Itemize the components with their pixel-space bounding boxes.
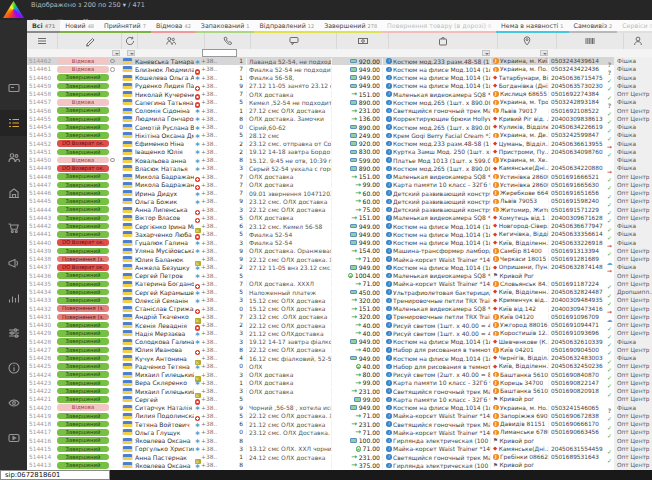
order-row[interactable]: 514450ВідмоваКовальова анна*+38..815.12.…	[27, 156, 652, 164]
product-filter-dropdown[interactable]	[482, 50, 490, 57]
order-row[interactable]: 514451ЗавершенийІващенко Юлія*+38..219.1…	[27, 148, 652, 156]
order-row[interactable]: 514455ЗавершенийЛюдмила Гончарова*+38..8…	[27, 115, 652, 123]
column-id[interactable]	[27, 33, 58, 49]
order-row[interactable]: 514454ЗавершенийСамотій Руслана Во..*+38…	[27, 123, 652, 131]
order-row[interactable]: 514433ЗавершенийОлексій Семанін*+38..315…	[27, 296, 652, 304]
order-row[interactable]: 514438Повернення (з.Юлия Баланюкlc+38..9…	[27, 255, 652, 263]
sidebar-item-purchases[interactable]	[0, 215, 27, 241]
order-row[interactable]: 514420ВідмоваСитарчук Наталія Гр..*+38..…	[27, 404, 652, 412]
order-row[interactable]: 514443ЗавершенийВіктор Власов+38..5ОЛХ д…	[27, 214, 652, 222]
order-row[interactable]: 514435ЗавершенийКатерина Богданова+38..7…	[27, 280, 652, 288]
status-cell: Завершений	[57, 91, 120, 98]
order-row[interactable]: 514441ЗавершенийЗахарченко Люба+38..5Фиа…	[27, 230, 652, 238]
order-row[interactable]: 514462ВідмоваКаневська Тамара ..*+38..1Л…	[27, 57, 652, 65]
status-tab[interactable]: Новий48	[60, 20, 99, 33]
column-phone[interactable]	[205, 33, 251, 49]
status-tab[interactable]: Завершений278	[319, 20, 382, 33]
column-manager[interactable]	[624, 33, 652, 49]
order-row[interactable]: 514428ЗавершенийСолодкова Галина В..*+38…	[27, 338, 652, 346]
order-row[interactable]: 514427ЗавершенийЮлия Иванова+38..822.12 …	[27, 346, 652, 354]
status-tab[interactable]: Всі471	[27, 20, 60, 33]
order-row[interactable]: 514444ЗавершенийАнна Липенська+38..322.1…	[27, 206, 652, 214]
order-row[interactable]: 514456ЗавершенийСоломія Сідоніна*+38..12…	[27, 107, 652, 115]
sip-call-chip[interactable]: sip:0672818601	[0, 470, 110, 480]
order-row[interactable]: 514458ЗавершенийНиколай Кучеренко+38..7О…	[27, 90, 652, 98]
order-row[interactable]: 514449DO Возврат ок.Власюк Наталья*+38..…	[27, 164, 652, 172]
order-row[interactable]: 514436ЗавершенийСергей Петров*+38..5₴100…	[27, 272, 652, 280]
order-row[interactable]: 514459ЗавершенийРуденко Лидия Пав..+38..…	[27, 82, 652, 90]
status-tab[interactable]: Самовивіз2	[569, 20, 618, 33]
order-row[interactable]: 514429ЗавершенийНадія Мерзаєва*+38..321.…	[27, 329, 652, 337]
order-row[interactable]: 514453ЗавершенийНікітіна Оксана Дми..*+3…	[27, 131, 652, 139]
order-row[interactable]: 514447ЗавершенийМикола Бадражан+38..7ОЛХ…	[27, 181, 652, 189]
column-country[interactable]	[122, 33, 138, 49]
sidebar-item-info[interactable]	[0, 355, 27, 381]
phone-filter-input[interactable]	[202, 49, 237, 57]
order-row[interactable]: 514440DO Возврат ок.Гуцалюк Галина*+38..…	[27, 239, 652, 247]
address-cell: JЧеркаси 18015	[490, 256, 548, 262]
tab-label: Сервіси	[622, 22, 647, 29]
order-row[interactable]: 514457ВідмоваСапегина Татьяна С..+38..5К…	[27, 98, 652, 106]
product-cell: iСветящийся гоночный трек Ма..	[382, 421, 490, 428]
order-row[interactable]: 514437DO Возврат ок.Анжела Безушку*+38..…	[27, 263, 652, 271]
column-address[interactable]	[498, 33, 557, 49]
order-row[interactable]: 514445ЗавершенийОльга Божик*+38..923.12 …	[27, 197, 652, 205]
order-row[interactable]: 514442ЗавершенийСергієнко Ірина Ми..lc+3…	[27, 222, 652, 230]
order-row[interactable]: 514425ЗавершенийРадченко Тетяна*+38..0ОЛ…	[27, 362, 652, 370]
sidebar-item-orders[interactable]	[0, 110, 27, 136]
order-row[interactable]: 514446ЗавершенийИрина Дидух*+38..709.01 …	[27, 189, 652, 197]
column-payment[interactable]	[337, 33, 389, 49]
status-tab[interactable]: Відмова42	[151, 20, 196, 33]
order-row[interactable]: 514415ЗавершенийГоргулько Христина..*+38…	[27, 445, 652, 453]
status-filter-dropdown[interactable]	[112, 50, 120, 57]
status-tab[interactable]: Нема в наявності1	[496, 20, 568, 33]
status-tab[interactable]: Відправлений12	[254, 20, 319, 33]
order-row[interactable]: 514430ЗавершенийКсенія Леваднія+38..222.…	[27, 321, 652, 329]
column-status[interactable]	[58, 33, 122, 49]
sidebar-item-statistics[interactable]	[0, 285, 27, 311]
status-tab[interactable]: Сервіси0	[617, 20, 652, 33]
status-tab[interactable]: Прийнятий7	[99, 20, 151, 33]
address-filter-dropdown[interactable]	[540, 50, 548, 57]
column-comments[interactable]	[251, 33, 337, 49]
order-row[interactable]: 514424ЗавершенийМихаил Гилецькийlc+38..3…	[27, 371, 652, 379]
sidebar-item-watch[interactable]	[0, 390, 27, 416]
order-row[interactable]: 514416ЗавершенийЯковлева Оксана*+38..810…	[27, 437, 652, 445]
banknote-icon	[350, 150, 357, 155]
column-tracking[interactable]	[557, 33, 624, 49]
order-row[interactable]: 514448ЗавершенийМикола Бадражан+38..7ОЛХ…	[27, 173, 652, 181]
sidebar-item-workspace[interactable]	[0, 75, 27, 101]
order-row[interactable]: 514419ЗавершенийЛилия Подолинская+38..52…	[27, 412, 652, 420]
status-cell: Повернення (з.	[57, 305, 120, 312]
sidebar-item-video[interactable]	[0, 425, 27, 451]
order-row[interactable]: 514414ЗавершенийАнна Пастернакlc+38..124…	[27, 453, 652, 461]
column-customer[interactable]	[138, 33, 205, 49]
app-logo-icon[interactable]	[3, 1, 24, 18]
phone-cell: +38..1	[201, 58, 246, 64]
order-row[interactable]: 514426ЗавершенийКучук Антонинаlc+38..416…	[27, 354, 652, 362]
order-row[interactable]: 514452DO Возврат ок.Єфименко Ніна*+38..2…	[27, 140, 652, 148]
order-row[interactable]: 514423ЗавершенийВера Скляренко*+38..1ОЛХ…	[27, 379, 652, 387]
message-count: 2	[239, 141, 246, 147]
status-tab[interactable]: Повернення товару (в дорозі)0	[382, 20, 496, 33]
column-products[interactable]	[389, 33, 498, 49]
sidebar-item-customers[interactable]	[0, 145, 27, 171]
sidebar-item-settings[interactable]	[0, 320, 27, 346]
order-row[interactable]: 514432Повернення (з.Станіслав Стрижак+38…	[27, 305, 652, 313]
country-filter-dropdown[interactable]	[127, 50, 135, 57]
page-size-dropdown-icon[interactable]: ▾	[123, 1, 126, 9]
order-row[interactable]: 514431Повернення (з.Андрій Ткаченкоlc+38…	[27, 313, 652, 321]
order-row[interactable]: 514421ЗавершенийСергей+38..599.00iКарта …	[27, 395, 652, 403]
sidebar-item-promotion[interactable]	[0, 250, 27, 276]
order-row[interactable]: 514460ЗавершенийКошелева Ольга Ар..*+38.…	[27, 74, 652, 82]
hryvnia-circle-icon: ₴	[348, 273, 354, 279]
order-row[interactable]: 514413ЗавершенийЯковлева Оксана*+38..8→3…	[27, 461, 652, 469]
order-row[interactable]: 514439ЗавершенийУляна Мусійовська*+38..9…	[27, 247, 652, 255]
order-row[interactable]: 514461ВідмоваБлизнюк Людмила ..+38..7Фиа…	[27, 65, 652, 73]
status-tab[interactable]: Запакований1	[196, 20, 255, 33]
order-row[interactable]: 514418ЗавершенийТетяна Войтович*+38..621…	[27, 420, 652, 428]
order-row[interactable]: 514434ЗавершенийСергей Карамышев*+38..5Н…	[27, 288, 652, 296]
order-row[interactable]: 514422ЗавершенийМихаил Гилецькийlc+38..3…	[27, 387, 652, 395]
sidebar-item-company[interactable]	[0, 180, 27, 206]
order-row[interactable]: 514417ЗавершенийОльга Глущук*+38..023.12…	[27, 428, 652, 436]
